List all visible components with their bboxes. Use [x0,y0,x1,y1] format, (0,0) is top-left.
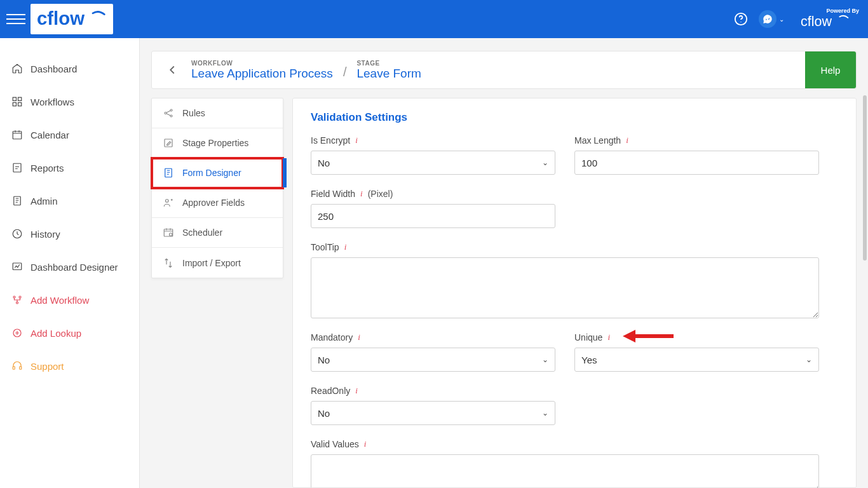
back-button[interactable] [163,61,181,79]
add-workflow-icon [11,294,23,306]
info-icon[interactable]: i [364,439,367,449]
max-length-input[interactable] [574,151,819,175]
messenger-icon[interactable] [759,10,776,28]
breadcrumb-separator: / [343,65,347,81]
tooltip-textarea[interactable] [311,257,819,318]
mandatory-select[interactable]: No ⌄ [311,348,555,372]
info-icon[interactable]: i [344,242,347,252]
svg-rect-4 [13,97,16,100]
nav-item-history[interactable]: History [0,217,139,250]
info-icon[interactable]: i [626,135,628,146]
config-item-scheduler[interactable]: Scheduler [152,218,283,248]
messenger-caret-icon[interactable]: ⌄ [779,16,784,23]
home-icon [11,63,23,74]
info-icon[interactable]: i [355,386,358,396]
info-icon[interactable]: i [607,332,610,342]
svg-point-14 [19,296,21,298]
info-icon[interactable]: i [360,189,363,199]
is-encrypt-select[interactable]: No ⌄ [311,151,555,175]
active-indicator [283,158,287,187]
svg-point-20 [170,109,172,111]
grid-icon [11,96,23,107]
chart-icon [11,261,23,273]
support-icon [11,360,23,372]
nav-label: Workflows [31,97,74,107]
config-item-form-designer[interactable]: Form Designer [152,158,283,188]
svg-text:cflow: cflow [801,14,832,29]
menu-toggle[interactable] [6,10,25,29]
config-label: Approver Fields [182,198,245,208]
stage-eyebrow: STAGE [356,60,421,67]
form-icon [162,166,175,179]
config-label: Form Designer [182,168,241,178]
chevron-down-icon: ⌄ [542,355,548,364]
info-icon[interactable]: i [358,332,360,342]
readonly-value: No [318,408,330,419]
readonly-label: ReadOnly [311,386,350,396]
nav-label: Admin [31,196,58,207]
nav-item-add-lookup[interactable]: Add Lookup [0,316,139,349]
nav-item-calendar[interactable]: Calendar [0,118,139,151]
config-item-stage-properties[interactable]: Stage Properties [152,128,283,158]
nav-item-add-workflow[interactable]: Add Workflow [0,283,139,316]
svg-rect-18 [20,367,22,370]
share-icon [162,107,175,119]
nav-label: Dashboard [31,64,77,74]
unique-value: Yes [581,355,597,365]
readonly-select[interactable]: No ⌄ [311,401,555,425]
is-encrypt-label: Is Encrypt [311,135,350,146]
svg-text:cflow: cflow [37,8,85,29]
report-icon [11,162,23,173]
nav-item-dashboard-designer[interactable]: Dashboard Designer [0,250,139,283]
nav-item-admin[interactable]: Admin [0,184,139,217]
svg-point-21 [170,115,172,117]
nav-item-reports[interactable]: Reports [0,151,139,184]
nav-label: Support [31,361,64,372]
nav-item-workflows[interactable]: Workflows [0,85,139,118]
config-item-approver-fields[interactable]: Approver Fields [152,188,283,218]
nav-item-dashboard[interactable]: Dashboard [0,52,139,85]
is-encrypt-value: No [318,158,330,168]
info-icon[interactable]: i [355,135,358,146]
field-width-suffix: (Pixel) [368,189,393,199]
svg-point-13 [13,296,15,298]
max-length-label: Max Length [574,135,621,146]
valid-values-label: Valid Values [311,439,359,449]
brand-logo[interactable]: cflow [31,4,113,34]
config-item-rules[interactable]: Rules [152,98,283,128]
admin-icon [11,195,23,207]
config-label: Stage Properties [182,138,248,148]
config-label: Rules [182,108,205,118]
valid-values-textarea[interactable] [311,454,819,488]
svg-rect-8 [13,132,22,139]
workflow-name[interactable]: Leave Application Process [191,67,333,81]
content: WORKFLOW Leave Application Process / STA… [140,38,868,488]
tooltip-label: ToolTip [311,242,339,252]
svg-rect-6 [13,103,16,106]
mandatory-value: No [318,355,330,365]
scrollbar-thumb[interactable] [863,95,867,261]
svg-point-24 [166,200,169,203]
main-nav: Dashboard Workflows Calendar Reports Adm… [0,38,140,488]
nav-label: History [31,229,60,240]
unique-label: Unique [574,332,602,342]
svg-rect-5 [18,97,22,100]
config-label: Scheduler [182,227,222,238]
form-panel: Validation Settings Is Encrypt i No ⌄ [292,98,857,488]
workflow-eyebrow: WORKFLOW [191,60,333,67]
unique-select[interactable]: Yes ⌄ [574,348,819,372]
field-width-input[interactable] [311,204,555,228]
svg-rect-10 [14,196,21,205]
help-icon[interactable] [732,10,750,28]
nav-item-support[interactable]: Support [0,349,139,383]
scheduler-icon [162,226,175,239]
config-item-import-export[interactable]: Import / Export [152,248,283,278]
nav-label: Reports [31,163,64,173]
svg-rect-7 [18,103,22,106]
help-button[interactable]: Help [805,51,856,88]
topbar: cflow ⌄ Powered By cflow [0,0,868,38]
history-icon [11,228,23,240]
section-title: Validation Settings [311,111,838,124]
stage-name[interactable]: Leave Form [356,67,421,81]
svg-rect-17 [13,367,15,370]
